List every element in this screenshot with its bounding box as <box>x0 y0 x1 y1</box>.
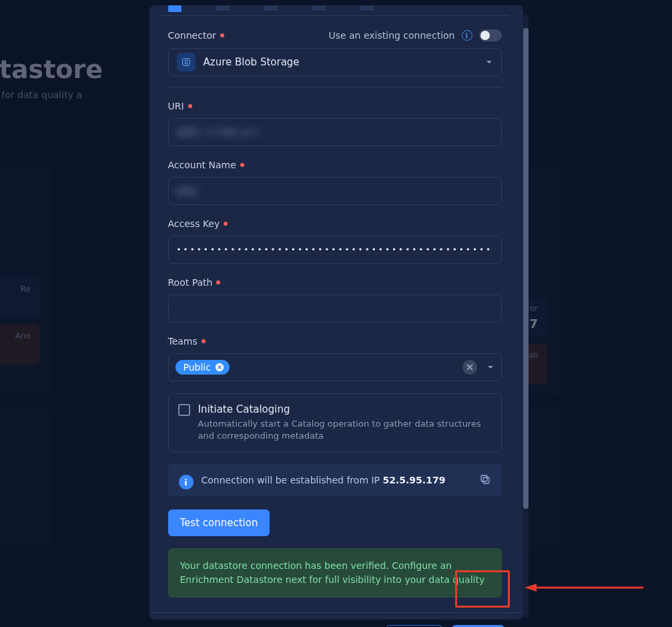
initiate-cataloging-panel[interactable]: Initiate Cataloging Automatically start … <box>168 393 502 452</box>
access-key-input[interactable]: ••••••••••••••••••••••••••••••••••••••••… <box>168 236 502 264</box>
team-chip-public[interactable]: Public <box>176 360 230 375</box>
modal-overlay: Connector Use an existing connection i A… <box>0 0 672 627</box>
account-name-label: Account Name <box>168 160 502 170</box>
ip-info-text: Connection will be established from IP <box>202 475 383 485</box>
svg-rect-7 <box>483 477 489 483</box>
access-key-value: ••••••••••••••••••••••••••••••••••••••••… <box>177 245 493 254</box>
account-name-input[interactable]: qlty <box>168 177 502 205</box>
remove-chip-icon[interactable] <box>215 363 224 372</box>
initiate-cataloging-title: Initiate Cataloging <box>198 403 492 415</box>
initiate-cataloging-desc: Automatically start a Catalog operation … <box>198 418 492 442</box>
chevron-down-icon <box>485 58 493 66</box>
account-name-value: qlty <box>177 185 198 197</box>
clear-teams-button[interactable] <box>462 360 477 375</box>
uri-value: abfs :// ten a t <box>177 126 258 138</box>
teams-select[interactable]: Public <box>168 353 502 381</box>
copy-ip-button[interactable] <box>479 473 492 487</box>
ip-value: 52.5.95.179 <box>383 475 446 485</box>
access-key-label: Access Key <box>168 218 502 229</box>
svg-rect-8 <box>481 475 487 481</box>
connector-value: Azure Blob Storage <box>204 56 300 68</box>
connector-tabs-peek <box>161 5 509 16</box>
chevron-down-icon <box>486 363 494 371</box>
connector-label: Connector <box>168 30 224 41</box>
use-existing-toggle[interactable] <box>479 29 502 41</box>
test-connection-button[interactable]: Test connection <box>168 509 270 536</box>
modal-footer: Finish Next <box>149 612 523 627</box>
uri-input[interactable]: abfs :// ten a t <box>168 118 502 146</box>
info-icon[interactable]: i <box>462 30 472 41</box>
add-datastore-modal: Connector Use an existing connection i A… <box>149 5 523 620</box>
connector-select[interactable]: Azure Blob Storage <box>168 48 502 76</box>
info-icon: i <box>179 475 194 489</box>
root-path-input[interactable] <box>168 294 502 323</box>
modal-scrollbar[interactable] <box>523 15 529 617</box>
azure-blob-icon <box>177 53 196 71</box>
initiate-cataloging-checkbox[interactable] <box>178 404 190 416</box>
annotation-arrow <box>525 582 645 593</box>
ip-info-panel: i Connection will be established from IP… <box>168 464 502 496</box>
teams-label: Teams <box>168 336 502 347</box>
uri-label: URI <box>168 101 502 112</box>
use-existing-label: Use an existing connection <box>328 30 454 41</box>
connection-verified-message: Your datastore connection has been verif… <box>168 548 502 598</box>
root-path-label: Root Path <box>168 277 502 288</box>
